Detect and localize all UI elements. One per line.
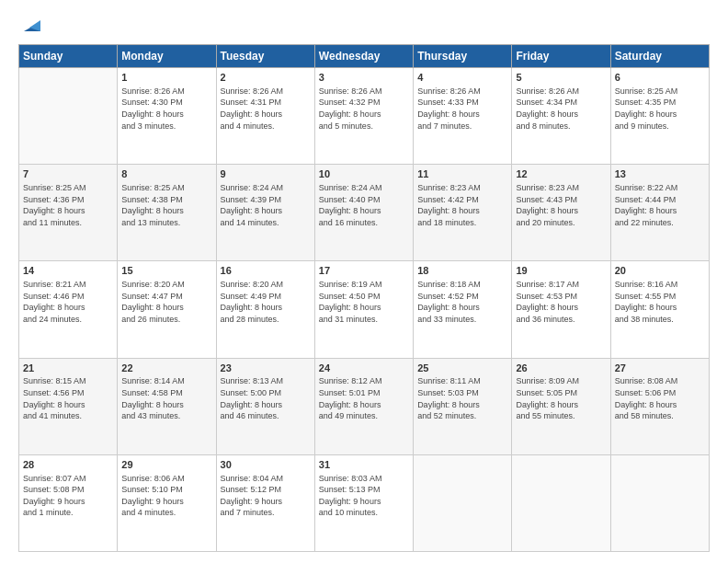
day-number: 6 xyxy=(615,71,705,85)
weekday-header-saturday: Saturday xyxy=(610,45,709,68)
calendar-cell: 1Sunrise: 8:26 AMSunset: 4:30 PMDaylight… xyxy=(118,68,216,165)
day-number: 10 xyxy=(319,167,409,181)
day-number: 5 xyxy=(516,71,606,85)
week-row-5: 28Sunrise: 8:07 AMSunset: 5:08 PMDayligh… xyxy=(19,454,710,551)
calendar-table: SundayMondayTuesdayWednesdayThursdayFrid… xyxy=(18,44,710,552)
calendar-cell: 19Sunrise: 8:17 AMSunset: 4:53 PMDayligh… xyxy=(512,261,610,358)
day-number: 28 xyxy=(23,458,113,472)
day-number: 21 xyxy=(23,362,113,375)
day-info: Sunrise: 8:26 AMSunset: 4:32 PMDaylight:… xyxy=(319,86,409,132)
weekday-header-row: SundayMondayTuesdayWednesdayThursdayFrid… xyxy=(19,45,710,68)
day-info: Sunrise: 8:03 AMSunset: 5:13 PMDaylight:… xyxy=(319,473,409,519)
day-number: 22 xyxy=(121,362,211,375)
calendar-cell xyxy=(512,454,610,551)
calendar-cell: 14Sunrise: 8:21 AMSunset: 4:46 PMDayligh… xyxy=(19,261,118,358)
calendar-cell: 5Sunrise: 8:26 AMSunset: 4:34 PMDaylight… xyxy=(512,68,610,165)
calendar-cell: 21Sunrise: 8:15 AMSunset: 4:56 PMDayligh… xyxy=(19,358,118,454)
day-info: Sunrise: 8:04 AMSunset: 5:12 PMDaylight:… xyxy=(221,473,311,519)
day-number: 2 xyxy=(221,71,311,85)
calendar-cell: 13Sunrise: 8:22 AMSunset: 4:44 PMDayligh… xyxy=(610,165,709,261)
day-number: 1 xyxy=(121,71,211,85)
week-row-2: 7Sunrise: 8:25 AMSunset: 4:36 PMDaylight… xyxy=(19,165,710,261)
calendar-cell: 25Sunrise: 8:11 AMSunset: 5:03 PMDayligh… xyxy=(414,358,512,454)
weekday-header-friday: Friday xyxy=(512,45,610,68)
day-info: Sunrise: 8:23 AMSunset: 4:43 PMDaylight:… xyxy=(516,182,606,228)
day-number: 30 xyxy=(221,458,311,472)
week-row-3: 14Sunrise: 8:21 AMSunset: 4:46 PMDayligh… xyxy=(19,261,710,358)
day-info: Sunrise: 8:25 AMSunset: 4:35 PMDaylight:… xyxy=(615,86,705,132)
calendar-cell: 26Sunrise: 8:09 AMSunset: 5:05 PMDayligh… xyxy=(512,358,610,454)
day-info: Sunrise: 8:24 AMSunset: 4:40 PMDaylight:… xyxy=(319,182,409,228)
calendar-cell xyxy=(610,454,709,551)
day-info: Sunrise: 8:15 AMSunset: 4:56 PMDaylight:… xyxy=(23,375,113,421)
day-number: 18 xyxy=(417,264,507,278)
calendar-cell: 28Sunrise: 8:07 AMSunset: 5:08 PMDayligh… xyxy=(19,454,118,551)
day-number: 26 xyxy=(516,362,606,375)
day-number: 19 xyxy=(516,264,606,278)
day-info: Sunrise: 8:20 AMSunset: 4:47 PMDaylight:… xyxy=(121,279,211,325)
calendar-cell: 7Sunrise: 8:25 AMSunset: 4:36 PMDaylight… xyxy=(19,165,118,261)
day-info: Sunrise: 8:17 AMSunset: 4:53 PMDaylight:… xyxy=(516,279,606,325)
day-info: Sunrise: 8:21 AMSunset: 4:46 PMDaylight:… xyxy=(23,279,113,325)
day-number: 16 xyxy=(221,264,311,278)
calendar-cell: 10Sunrise: 8:24 AMSunset: 4:40 PMDayligh… xyxy=(314,165,413,261)
page: SundayMondayTuesdayWednesdayThursdayFrid… xyxy=(0,0,728,563)
calendar-cell: 3Sunrise: 8:26 AMSunset: 4:32 PMDaylight… xyxy=(314,68,413,165)
week-row-1: 1Sunrise: 8:26 AMSunset: 4:30 PMDaylight… xyxy=(19,68,710,165)
calendar-cell xyxy=(19,68,118,165)
calendar-cell: 27Sunrise: 8:08 AMSunset: 5:06 PMDayligh… xyxy=(610,358,709,454)
calendar-cell: 30Sunrise: 8:04 AMSunset: 5:12 PMDayligh… xyxy=(216,454,314,551)
day-info: Sunrise: 8:26 AMSunset: 4:33 PMDaylight:… xyxy=(417,86,507,132)
logo-icon xyxy=(20,15,40,35)
weekday-header-monday: Monday xyxy=(118,45,216,68)
day-info: Sunrise: 8:23 AMSunset: 4:42 PMDaylight:… xyxy=(417,182,507,228)
day-number: 4 xyxy=(417,71,507,85)
calendar-cell: 8Sunrise: 8:25 AMSunset: 4:38 PMDaylight… xyxy=(118,165,216,261)
week-row-4: 21Sunrise: 8:15 AMSunset: 4:56 PMDayligh… xyxy=(19,358,710,454)
weekday-header-wednesday: Wednesday xyxy=(314,45,413,68)
weekday-header-thursday: Thursday xyxy=(414,45,512,68)
calendar-cell: 17Sunrise: 8:19 AMSunset: 4:50 PMDayligh… xyxy=(314,261,413,358)
day-info: Sunrise: 8:26 AMSunset: 4:30 PMDaylight:… xyxy=(121,86,211,132)
day-info: Sunrise: 8:16 AMSunset: 4:55 PMDaylight:… xyxy=(615,279,705,325)
calendar-cell: 4Sunrise: 8:26 AMSunset: 4:33 PMDaylight… xyxy=(414,68,512,165)
calendar-cell: 15Sunrise: 8:20 AMSunset: 4:47 PMDayligh… xyxy=(118,261,216,358)
day-number: 14 xyxy=(23,264,113,278)
day-info: Sunrise: 8:06 AMSunset: 5:10 PMDaylight:… xyxy=(121,473,211,519)
day-number: 20 xyxy=(615,264,705,278)
day-info: Sunrise: 8:20 AMSunset: 4:49 PMDaylight:… xyxy=(221,279,311,325)
calendar-cell: 11Sunrise: 8:23 AMSunset: 4:42 PMDayligh… xyxy=(414,165,512,261)
day-info: Sunrise: 8:14 AMSunset: 4:58 PMDaylight:… xyxy=(121,375,211,421)
logo xyxy=(18,15,40,35)
day-info: Sunrise: 8:07 AMSunset: 5:08 PMDaylight:… xyxy=(23,473,113,519)
day-info: Sunrise: 8:22 AMSunset: 4:44 PMDaylight:… xyxy=(615,182,705,228)
day-info: Sunrise: 8:08 AMSunset: 5:06 PMDaylight:… xyxy=(615,375,705,421)
day-number: 27 xyxy=(615,362,705,375)
calendar-cell: 20Sunrise: 8:16 AMSunset: 4:55 PMDayligh… xyxy=(610,261,709,358)
day-info: Sunrise: 8:12 AMSunset: 5:01 PMDaylight:… xyxy=(319,375,409,421)
day-number: 12 xyxy=(516,167,606,181)
day-number: 7 xyxy=(23,167,113,181)
day-number: 29 xyxy=(121,458,211,472)
calendar-cell: 9Sunrise: 8:24 AMSunset: 4:39 PMDaylight… xyxy=(216,165,314,261)
day-number: 25 xyxy=(417,362,507,375)
weekday-header-tuesday: Tuesday xyxy=(216,45,314,68)
day-info: Sunrise: 8:25 AMSunset: 4:36 PMDaylight:… xyxy=(23,182,113,228)
day-info: Sunrise: 8:11 AMSunset: 5:03 PMDaylight:… xyxy=(417,375,507,421)
day-number: 24 xyxy=(319,362,409,375)
calendar-cell: 31Sunrise: 8:03 AMSunset: 5:13 PMDayligh… xyxy=(314,454,413,551)
calendar-cell: 23Sunrise: 8:13 AMSunset: 5:00 PMDayligh… xyxy=(216,358,314,454)
day-number: 3 xyxy=(319,71,409,85)
calendar-cell: 12Sunrise: 8:23 AMSunset: 4:43 PMDayligh… xyxy=(512,165,610,261)
calendar-cell: 6Sunrise: 8:25 AMSunset: 4:35 PMDaylight… xyxy=(610,68,709,165)
day-info: Sunrise: 8:24 AMSunset: 4:39 PMDaylight:… xyxy=(221,182,311,228)
day-number: 17 xyxy=(319,264,409,278)
day-info: Sunrise: 8:19 AMSunset: 4:50 PMDaylight:… xyxy=(319,279,409,325)
day-number: 8 xyxy=(121,167,211,181)
day-info: Sunrise: 8:09 AMSunset: 5:05 PMDaylight:… xyxy=(516,375,606,421)
day-info: Sunrise: 8:26 AMSunset: 4:31 PMDaylight:… xyxy=(221,86,311,132)
calendar-cell: 24Sunrise: 8:12 AMSunset: 5:01 PMDayligh… xyxy=(314,358,413,454)
day-number: 13 xyxy=(615,167,705,181)
calendar-cell: 18Sunrise: 8:18 AMSunset: 4:52 PMDayligh… xyxy=(414,261,512,358)
calendar-cell: 22Sunrise: 8:14 AMSunset: 4:58 PMDayligh… xyxy=(118,358,216,454)
